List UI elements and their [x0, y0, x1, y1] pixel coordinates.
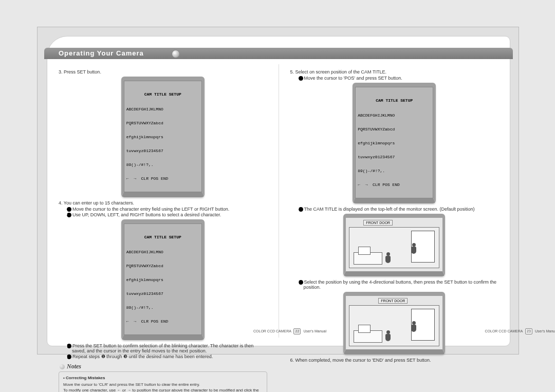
scene: FRONT DOOR: [346, 218, 442, 271]
notes-subhead: • Correcting Mistakes: [63, 375, 263, 381]
overlay-label-moved: FRONT DOOR: [378, 298, 408, 304]
bullet-1-icon: 1: [299, 76, 303, 81]
substep-text: The CAM TITLE is displayed on the top-le…: [304, 207, 475, 212]
person-icon: [384, 252, 392, 265]
crt-row: efghijklmnopqrs: [126, 135, 199, 139]
crt-row: ABCDEFGHIJKLMNO: [126, 107, 199, 111]
crt-row: 89()-/#!?,.: [126, 305, 199, 310]
crt-row: ← → CLR POS END: [126, 319, 199, 324]
crt-row: efghijklmnopqrs: [358, 141, 431, 145]
illustration-default-position: FRONT DOOR: [343, 214, 445, 276]
step-5: 5. Select on screen position of the CAM …: [290, 69, 499, 74]
illustration-moved-position: FRONT DOOR: [343, 292, 445, 354]
substep: 3Press the SET button to confirm selecti…: [67, 343, 267, 353]
page-number: 23: [525, 328, 532, 334]
notes-box: • Correcting Mistakes Move the cursor to…: [59, 371, 267, 392]
footer-label: User's Manual: [535, 329, 555, 333]
manual-spread: Operating Your Camera 3. Press SET butto…: [47, 36, 510, 346]
desk-icon: [354, 252, 382, 265]
crt-title: CAM TITLE SETUP: [126, 92, 199, 97]
right-page: 5. Select on screen position of the CAM …: [279, 64, 510, 338]
crt-screen-1: CAM TITLE SETUP ABCDEFGHIJKLMNO PQRSTUVW…: [121, 77, 205, 197]
bullet-3-icon: 3: [299, 280, 303, 285]
substep: 2The CAM TITLE is displayed on the top-l…: [299, 207, 499, 212]
crt-title: CAM TITLE SETUP: [126, 235, 199, 239]
crt-screen-3: CAM TITLE SETUP ABCDEFGHIJKLMNO PQRSTUVW…: [353, 83, 436, 203]
substep: 4Repeat steps ❶ through ❸ until the desi…: [67, 354, 267, 359]
substep: 1Move the cursor to the character entry …: [67, 207, 267, 212]
crt-row: PQRSTUVWXYZabcd: [358, 127, 431, 132]
substep: 2Use UP, DOWN, LEFT, and RIGHT buttons t…: [67, 212, 267, 217]
person-icon: [410, 243, 417, 255]
two-column-spread: 3. Press SET button. CAM TITLE SETUP ABC…: [47, 64, 510, 338]
bullet-2-icon: 2: [67, 213, 71, 217]
outer-frame: Operating Your Camera 3. Press SET butto…: [37, 27, 519, 354]
crt-row: ABCDEFGHIJKLMNO: [126, 250, 199, 254]
room-outline: [349, 305, 439, 346]
crt-row: efghijklmnopqrs: [126, 277, 199, 282]
bullet-4-icon: 4: [67, 354, 71, 359]
footer-right: COLOR CCD CAMERA 23 User's Manual: [290, 328, 556, 334]
substep: 1Move the cursor to 'POS' and press SET …: [299, 76, 499, 81]
crt-row: 89()-/#!?,.: [358, 169, 431, 173]
crt-row: ← → CLR POS END: [358, 182, 431, 187]
bullet-1-icon: 1: [67, 207, 71, 212]
scene: FRONT DOOR: [346, 296, 442, 349]
room-outline: [349, 227, 439, 268]
step-4: 4. You can enter up to 15 characters.: [59, 200, 267, 206]
crt-title: CAM TITLE SETUP: [358, 98, 431, 103]
crt-row: PQRSTUVWXYZabcd: [126, 264, 199, 268]
crt-screen-2: CAM TITLE SETUP ABCDEFGHIJKLMNO PQRSTUVW…: [121, 219, 205, 340]
bullet-3-icon: 3: [67, 344, 71, 348]
step-6: 6. When completed, move the cursor to 'E…: [290, 358, 499, 363]
footer-product: COLOR CCD CAMERA: [253, 329, 291, 333]
substep-text: Repeat steps ❶ through ❸ until the desir…: [72, 354, 213, 359]
step-3: 3. Press SET button.: [59, 69, 267, 74]
crt-row: tuvwxyz01234567: [358, 155, 431, 159]
substep: 3Select the position by using the 4-dire…: [299, 279, 499, 290]
substep-text: Use UP, DOWN, LEFT, and RIGHT buttons to…: [72, 212, 221, 217]
substep-text: Select the position by using the 4-direc…: [304, 279, 497, 290]
crt-row: 89()-/#!?,.: [126, 162, 199, 167]
page-container: Operating Your Camera 3. Press SET butto…: [0, 0, 555, 392]
crt-row: tuvwxyz01234567: [126, 291, 199, 296]
section-title: Operating Your Camera: [44, 48, 513, 59]
notes-heading: Notes: [60, 363, 81, 370]
crt-content: CAM TITLE SETUP ABCDEFGHIJKLMNO PQRSTUVW…: [124, 81, 202, 192]
bullet-2-icon: 2: [299, 207, 303, 212]
crt-row: ABCDEFGHIJKLMNO: [358, 113, 431, 118]
left-page: 3. Press SET button. CAM TITLE SETUP ABC…: [47, 64, 279, 338]
crt-content: CAM TITLE SETUP ABCDEFGHIJKLMNO PQRSTUVW…: [355, 87, 433, 198]
footer-product: COLOR CCD CAMERA: [485, 329, 523, 333]
notes-body: Move the cursor to 'CLR' and press the S…: [63, 382, 263, 392]
substep-text: Move the cursor to the character entry f…: [72, 207, 229, 212]
overlay-label-top-left: FRONT DOOR: [363, 220, 393, 226]
substep-text: Press the SET button to confirm selectio…: [72, 343, 253, 353]
crt-row: ← → CLR POS END: [126, 176, 199, 181]
crt-row: tuvwxyz01234567: [126, 148, 199, 153]
crt-row: PQRSTUVWXYZabcd: [126, 121, 199, 125]
crt-content: CAM TITLE SETUP ABCDEFGHIJKLMNO PQRSTUVW…: [124, 223, 202, 335]
substep-text: Move the cursor to 'POS' and press SET b…: [304, 76, 402, 81]
